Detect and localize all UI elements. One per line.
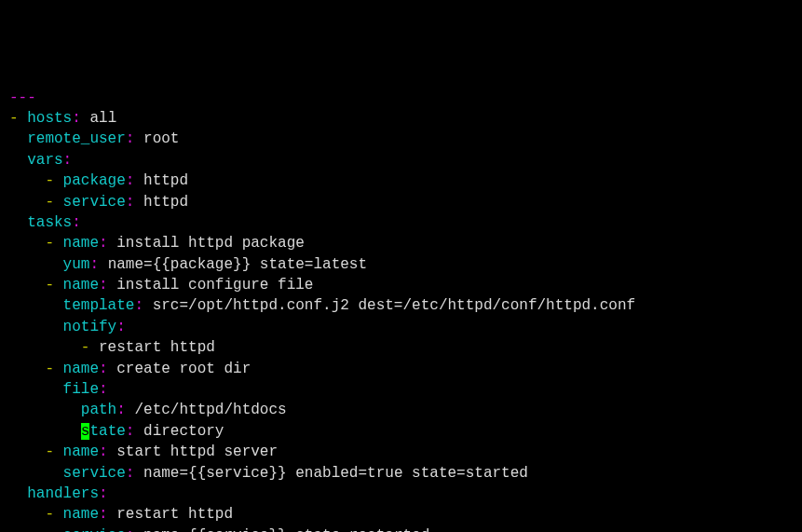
indent	[9, 214, 27, 231]
yaml-value: directory	[143, 423, 224, 440]
yaml-key: tasks	[27, 214, 72, 231]
yaml-key: tate	[89, 423, 125, 440]
yaml-value: name={{service}} state=restarted	[143, 527, 429, 532]
code-line: service: name={{service}} enabled=true s…	[9, 463, 793, 484]
code-line: - restart httpd	[9, 337, 793, 358]
yaml-colon: :	[126, 172, 143, 189]
indent	[9, 506, 45, 523]
indent	[9, 443, 45, 460]
code-line: - name: install configure file	[9, 275, 793, 295]
code-line: - package: httpd	[9, 171, 793, 191]
yaml-key: template	[63, 297, 135, 314]
cursor-position: s	[81, 423, 90, 440]
indent	[9, 172, 45, 189]
code-line: - hosts: all	[9, 108, 793, 129]
yaml-dash: -	[45, 506, 62, 523]
code-line: remote_user: root	[9, 129, 793, 149]
indent	[9, 465, 63, 482]
yaml-key: service	[63, 527, 126, 532]
yaml-key: service	[63, 465, 126, 482]
yaml-colon: :	[99, 381, 108, 398]
yaml-key: hosts	[27, 110, 72, 127]
terminal-viewport[interactable]: ---- hosts: all remote_user: root vars: …	[9, 88, 793, 532]
indent	[9, 130, 27, 147]
yaml-key: name	[63, 277, 99, 293]
yaml-value: install configure file	[116, 277, 313, 293]
yaml-colon: :	[99, 235, 116, 252]
yaml-value: /etc/httpd/htdocs	[134, 402, 286, 418]
yaml-colon: :	[126, 527, 143, 532]
yaml-value: install httpd package	[116, 235, 305, 252]
yaml-dash: -	[45, 172, 62, 189]
yaml-colon: :	[99, 361, 116, 377]
yaml-colon: :	[116, 402, 134, 418]
yaml-colon: :	[126, 423, 143, 440]
yaml-key: service	[63, 194, 126, 211]
yaml-value: restart httpd	[116, 506, 233, 523]
yaml-dash: -	[45, 194, 62, 211]
yaml-colon: :	[134, 297, 152, 314]
code-line: path: /etc/httpd/htdocs	[9, 400, 793, 420]
code-line: tasks:	[9, 212, 793, 233]
code-line: yum: name={{package}} state=latest	[9, 254, 793, 275]
yaml-value: name={{service}} enabled=true state=star…	[143, 465, 528, 482]
indent	[9, 297, 63, 314]
yaml-value: restart httpd	[99, 339, 215, 356]
indent	[9, 527, 63, 532]
yaml-colon: :	[116, 319, 126, 335]
yaml-value: httpd	[143, 194, 188, 211]
yaml-value: all	[89, 110, 116, 127]
yaml-dash: -	[45, 235, 62, 252]
yaml-colon: :	[99, 277, 116, 293]
indent	[9, 194, 45, 211]
yaml-key: name	[63, 235, 99, 252]
indent	[9, 152, 27, 169]
code-line: ---	[9, 88, 793, 108]
code-line: service: name={{service}} state=restarte…	[9, 525, 793, 532]
code-line: template: src=/opt/httpd.conf.j2 dest=/e…	[9, 295, 793, 316]
code-line: - name: restart httpd	[9, 504, 793, 525]
indent	[9, 277, 45, 293]
yaml-value: src=/opt/httpd.conf.j2 dest=/etc/httpd/c…	[153, 297, 635, 314]
yaml-key: vars	[27, 152, 62, 169]
yaml-key: package	[63, 172, 126, 189]
yaml-colon: :	[72, 214, 81, 231]
yaml-key: name	[63, 506, 99, 523]
indent	[9, 423, 81, 440]
code-line: - service: httpd	[9, 192, 793, 212]
yaml-key: path	[81, 402, 116, 418]
indent	[9, 402, 81, 418]
yaml-key: name	[63, 443, 99, 460]
yaml-colon: :	[99, 506, 116, 523]
yaml-colon: :	[99, 485, 108, 502]
code-line: notify:	[9, 317, 793, 337]
code-line: file:	[9, 379, 793, 400]
code-line: handlers:	[9, 484, 793, 504]
indent	[9, 381, 63, 398]
yaml-dash: -	[45, 443, 62, 460]
indent	[9, 235, 45, 252]
yaml-key: handlers	[27, 485, 99, 502]
code-line: state: directory	[9, 421, 793, 442]
indent	[9, 339, 81, 356]
yaml-value: httpd	[143, 172, 188, 189]
yaml-doc-start: ---	[9, 89, 36, 106]
indent	[9, 361, 45, 377]
indent	[9, 256, 63, 273]
yaml-dash: -	[81, 339, 99, 356]
yaml-colon: :	[126, 194, 143, 211]
yaml-key: file	[63, 381, 99, 398]
code-line: - name: install httpd package	[9, 233, 793, 253]
indent	[9, 319, 63, 335]
yaml-key: notify	[63, 319, 117, 335]
yaml-key: name	[63, 361, 99, 377]
yaml-colon: :	[99, 443, 116, 460]
code-line: - name: start httpd server	[9, 442, 793, 462]
yaml-dash: -	[45, 277, 62, 293]
yaml-value: start httpd server	[116, 443, 278, 460]
yaml-value: root	[143, 130, 179, 147]
yaml-colon: :	[63, 152, 73, 169]
yaml-value: create root dir	[116, 361, 251, 377]
yaml-key: remote_user	[27, 130, 126, 147]
yaml-dash: -	[9, 110, 27, 127]
